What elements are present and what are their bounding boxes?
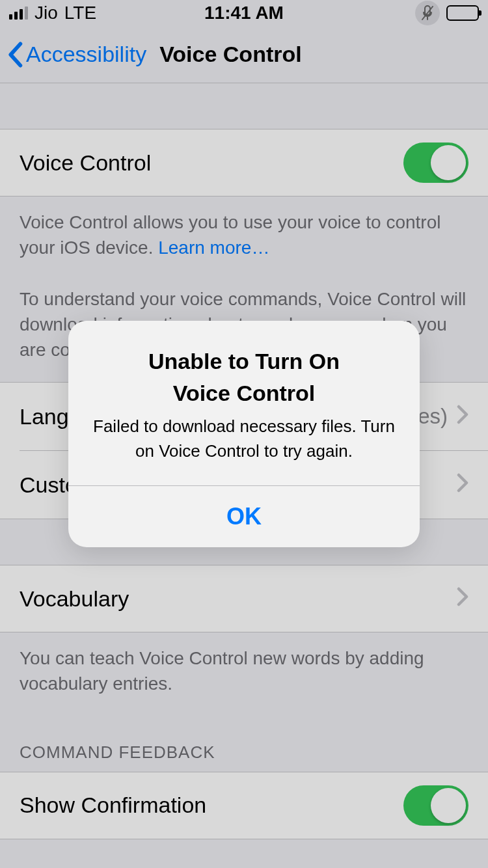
alert-title-line2: Voice Control (88, 377, 400, 409)
alert-ok-button[interactable]: OK (68, 486, 420, 547)
alert-title-line1: Unable to Turn On (88, 346, 400, 377)
alert-dialog: Unable to Turn On Voice Control Failed t… (68, 321, 420, 548)
alert-title: Unable to Turn On Voice Control (88, 346, 400, 410)
alert-message: Failed to download necessary files. Turn… (88, 414, 400, 463)
alert-body: Unable to Turn On Voice Control Failed t… (68, 321, 420, 486)
modal-scrim: Unable to Turn On Voice Control Failed t… (0, 0, 488, 868)
